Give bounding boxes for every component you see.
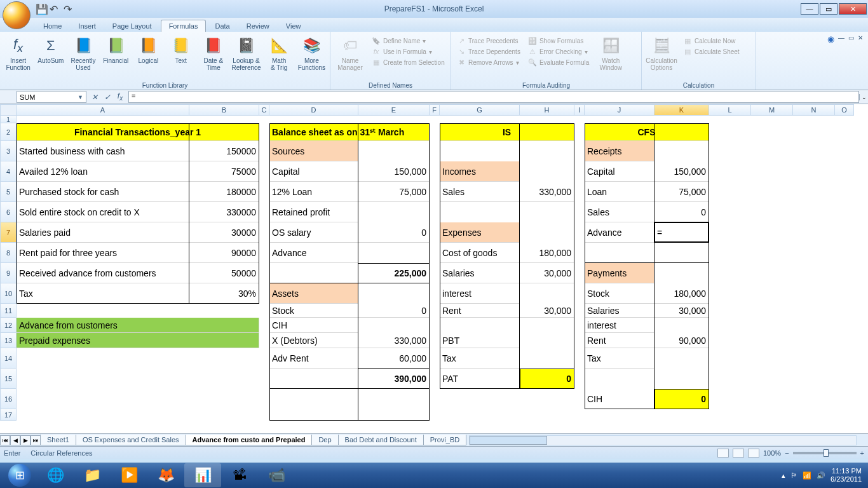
sheet-nav-next[interactable]: ▶	[20, 435, 31, 445]
col-header-O[interactable]: O	[835, 104, 854, 116]
cell-E13[interactable]: 330,000	[358, 333, 430, 348]
tab-formulas[interactable]: Formulas	[161, 20, 207, 32]
row-header-13[interactable]: 13	[0, 333, 17, 348]
col-header-M[interactable]: M	[751, 104, 793, 116]
cell-J9[interactable]: Payments	[585, 263, 654, 283]
financial-button[interactable]: 📗Financial	[102, 33, 130, 64]
cell-D12[interactable]: CIH	[269, 318, 358, 333]
undo-icon[interactable]: ↶	[50, 3, 61, 15]
col-header-J[interactable]: J	[585, 104, 654, 116]
col-header-C[interactable]: C	[259, 104, 269, 116]
cell-B10[interactable]: 30%	[189, 283, 259, 304]
cell-H15[interactable]: 0	[520, 369, 574, 389]
col-header-D[interactable]: D	[269, 104, 358, 116]
cell-A2[interactable]: Financial Transactions_year 1	[17, 123, 259, 141]
select-all-corner[interactable]	[0, 104, 17, 116]
autosum-button[interactable]: ΣAutoSum	[36, 33, 65, 64]
sheet-tab-3[interactable]: Dep	[311, 435, 338, 445]
cell-A9[interactable]: Received advance from customers	[17, 263, 189, 283]
insert-function-fbar-button[interactable]: fx	[114, 92, 126, 103]
taskbar-excel[interactable]: 📊	[184, 463, 221, 487]
cell-H8[interactable]: 180,000	[520, 243, 574, 263]
sheet-nav-last[interactable]: ⏭	[31, 435, 41, 445]
col-header-E[interactable]: E	[358, 104, 430, 116]
cell-K13[interactable]: 90,000	[654, 333, 709, 348]
page-layout-view-button[interactable]	[733, 449, 744, 458]
cell-H11[interactable]: 30,000	[520, 304, 574, 318]
page-break-view-button[interactable]	[748, 449, 759, 458]
cell-D13[interactable]: X (Debtors)	[269, 333, 358, 348]
sheet-tab-1[interactable]: OS Expenses and Credit Sales	[76, 435, 186, 445]
cell-J16[interactable]: CIH	[585, 389, 654, 409]
cell-G7[interactable]: Expenses	[440, 222, 520, 243]
close-workbook-icon[interactable]: ✕	[858, 34, 863, 41]
sheet-nav-prev[interactable]: ◀	[10, 435, 20, 445]
cell-D5[interactable]: 12% Loan	[269, 182, 358, 202]
name-box[interactable]: SUM▼	[17, 91, 86, 103]
cell-B9[interactable]: 50000	[189, 263, 259, 283]
cell-J12[interactable]: interest	[585, 318, 654, 333]
taskbar-camera[interactable]: 📹	[258, 463, 295, 487]
enter-formula-button[interactable]: ✓	[102, 92, 113, 103]
expand-formula-bar-icon[interactable]: ⌄	[859, 94, 868, 100]
cell-B8[interactable]: 90000	[189, 243, 259, 263]
cell-J10[interactable]: Stock	[585, 283, 654, 304]
row-header-1[interactable]: 1	[0, 116, 17, 123]
cell-D6[interactable]: Retained profit	[269, 202, 358, 222]
cell-B3[interactable]: 150000	[189, 141, 259, 161]
zoom-thumb[interactable]	[824, 449, 829, 457]
cell-D7[interactable]: OS salary	[269, 222, 358, 243]
cell-K16[interactable]: 0	[654, 389, 709, 409]
cell-J14[interactable]: Tax	[585, 348, 654, 369]
cell-A10[interactable]: Tax	[17, 283, 189, 304]
cell-E11[interactable]: 0	[358, 304, 430, 318]
formula-input[interactable]: =	[128, 91, 859, 103]
cell-A6[interactable]: Sold entire stock on credit to X	[17, 202, 189, 222]
cell-B4[interactable]: 75000	[189, 161, 259, 182]
cell-D2[interactable]: Balance sheet as on 31ˢᵗ March	[269, 123, 430, 141]
tray-clock[interactable]: 11:13 PM 6/23/2011	[831, 467, 862, 484]
row-header-11[interactable]: 11	[0, 304, 17, 318]
cell-A3[interactable]: Started business with cash	[17, 141, 189, 161]
cell-D8[interactable]: Advance	[269, 243, 358, 263]
tab-data[interactable]: Data	[207, 20, 237, 32]
tab-review[interactable]: Review	[239, 20, 277, 32]
cell-K11[interactable]: 30,000	[654, 304, 709, 318]
col-header-B[interactable]: B	[189, 104, 259, 116]
cell-A5[interactable]: Purchased stock for cash	[17, 182, 189, 202]
row-header-7[interactable]: 7	[0, 222, 17, 243]
math-trig-button[interactable]: 📐Math & Trig	[265, 33, 294, 71]
sheet-tab-0[interactable]: Sheet1	[40, 435, 76, 445]
cell-G9[interactable]: Salaries	[440, 263, 520, 283]
logical-button[interactable]: 📙Logical	[134, 33, 163, 64]
taskbar-explorer[interactable]: 📁	[74, 463, 111, 487]
date-time-button[interactable]: 📕Date & Time	[199, 33, 227, 71]
col-header-G[interactable]: G	[440, 104, 520, 116]
cell-G11[interactable]: Rent	[440, 304, 520, 318]
lookup-ref-button[interactable]: 📓Lookup & Reference	[231, 33, 261, 71]
cell-A7[interactable]: Salaries paid	[17, 222, 189, 243]
cell-G8[interactable]: Cost of goods	[440, 243, 520, 263]
restore-window-icon[interactable]: ▭	[848, 34, 854, 41]
cell-K10[interactable]: 180,000	[654, 283, 709, 304]
save-icon[interactable]: 💾	[36, 3, 47, 15]
flag-icon[interactable]: 🏳	[790, 471, 797, 479]
cell-H9[interactable]: 30,000	[520, 263, 574, 283]
help-icon[interactable]: ◉	[827, 34, 834, 44]
cell-J7[interactable]: Advance	[585, 222, 654, 243]
horizontal-scrollbar[interactable]	[469, 435, 857, 445]
cell-D10[interactable]: Assets	[269, 283, 358, 304]
start-button[interactable]	[3, 463, 37, 487]
cell-G10[interactable]: interest	[440, 283, 520, 304]
cell-E5[interactable]: 75,000	[358, 182, 430, 202]
network-icon[interactable]: 📶	[803, 471, 811, 480]
cell-J6[interactable]: Sales	[585, 202, 654, 222]
col-header-I[interactable]: I	[574, 104, 585, 116]
taskbar-ie[interactable]: 🌐	[37, 463, 74, 487]
more-functions-button[interactable]: 📚More Functions	[297, 33, 326, 71]
cell-B5[interactable]: 180000	[189, 182, 259, 202]
taskbar-firefox[interactable]: 🦊	[147, 463, 184, 487]
minimize-button[interactable]: —	[801, 3, 818, 15]
col-header-A[interactable]: A	[17, 104, 189, 116]
row-header-9[interactable]: 9	[0, 263, 17, 283]
